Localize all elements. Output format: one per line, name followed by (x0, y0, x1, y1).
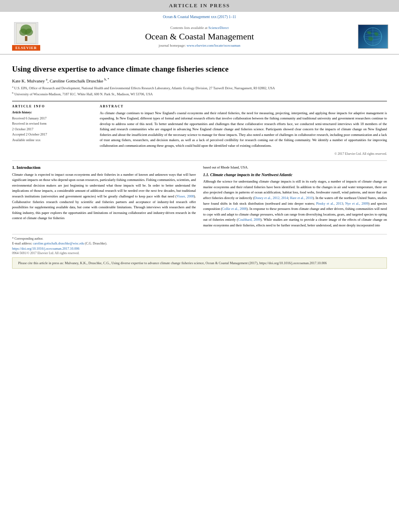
affiliation-a: U.S. EPA, Office of Research and Develop… (14, 86, 275, 90)
journal-citation: Ocean & Coastal Management xxx (2017) 1–… (8, 15, 391, 19)
journal-header: Ocean & Coastal Management xxx (2017) 1–… (0, 12, 399, 55)
homepage-url[interactable]: www.elsevier.com/locate/ocecoaman (187, 43, 240, 47)
banner-text: ARTICLE IN PRESS (169, 2, 230, 8)
right-para1: Although the science for understanding c… (203, 179, 387, 228)
abstract-text: As climate change continues to impact Ne… (100, 111, 387, 149)
journal-top-row: ELSEVIER Contents lists available at Sci… (8, 21, 391, 52)
doi-link[interactable]: https://doi.org/10.1016/j.ocecoaman.2017… (12, 246, 79, 251)
contents-prefix: Contents lists available at (171, 26, 208, 30)
collie-link[interactable]: Collie et al., 2008 (222, 207, 247, 211)
email-person: (C.G. Druschke). (85, 242, 107, 245)
svg-point-3 (25, 29, 33, 36)
article-in-press-banner: ARTICLE IN PRESS (0, 0, 399, 12)
main-content: Using diverse expertise to advance clima… (0, 55, 399, 273)
section-title-text: Introduction (16, 165, 41, 170)
email-line: E-mail address: caroline.gottschalk.drus… (12, 242, 387, 245)
affiliations: a U.S. EPA, Office of Research and Devel… (12, 85, 387, 97)
doi-line: https://doi.org/10.1016/j.ocecoaman.2017… (12, 246, 387, 251)
revised-label: Received in revised form (12, 121, 47, 125)
authors-line: Kate K. Mulvaney a, Caroline Gottschalk … (12, 78, 387, 83)
hare-link[interactable]: Hare et al., 2010 (290, 196, 313, 200)
email-link[interactable]: caroline.gottschalk.druschke@wisc.edu (33, 242, 84, 245)
nye-link[interactable]: Nye et al., 2009 (345, 201, 368, 205)
copyright-line: © 2017 Elsevier Ltd. All rights reserved… (100, 152, 387, 156)
article-history-label: Article history: (12, 111, 93, 114)
contents-line: Contents lists available at ScienceDirec… (48, 26, 351, 30)
ocean-logo-svg (359, 25, 387, 48)
tree-svg (16, 23, 36, 43)
coulthard-link[interactable]: Coulthard, 2009 (238, 218, 261, 222)
abstract-header: ABSTRACT (100, 105, 387, 108)
article-info-header: ARTICLE INFO (12, 105, 93, 108)
body-col-right: based out of Rhode Island, USA. 1.1. Cli… (203, 165, 387, 231)
body-col-left: 1. Introduction Climate change is expect… (12, 165, 196, 231)
homepage-prefix: journal homepage: (159, 43, 187, 47)
intro-paragraph1: Climate change is expected to impact oce… (12, 172, 196, 221)
citation-text: Ocean & Coastal Management xxx (2017) 1–… (163, 15, 236, 19)
elsevier-logo: ELSEVIER (8, 22, 44, 51)
available-date: Available online xxx (12, 138, 41, 142)
doney-link[interactable]: Doney et al., 2012, 2014 (254, 196, 288, 200)
intro-section-title: 1. Introduction (12, 165, 196, 170)
sciencedirect-link[interactable]: ScienceDirect (208, 26, 228, 30)
section-number: 1. (12, 165, 15, 170)
abstract-column: ABSTRACT As climate change continues to … (100, 105, 387, 156)
subsection-1-1-title: 1.1. Climate change impacts in the North… (203, 173, 387, 177)
corresponding-author-label: * Corresponding author. (12, 237, 387, 240)
citation-box: Please cite this article in press as: Mu… (12, 257, 387, 269)
article-dates: Received 6 January 2017 Received in revi… (12, 116, 93, 143)
article-info-column: ARTICLE INFO Article history: Received 6… (12, 105, 93, 156)
affiliation-b: University of Wisconsin-Madison, 7187 H.… (14, 92, 153, 96)
right-intro-para: based out of Rhode Island, USA. (203, 165, 387, 170)
journal-logo-right (355, 25, 391, 49)
elsevier-tree-icon (14, 22, 38, 44)
subsection-label: 1.1. Climate change impacts in the North… (203, 173, 292, 177)
received-date: Received 6 January 2017 (12, 116, 47, 120)
issn-line: 0964-5691/© 2017 Elsevier Ltd. All right… (12, 251, 387, 255)
svg-rect-4 (25, 36, 27, 41)
page: ARTICLE IN PRESS Ocean & Coastal Managem… (0, 0, 399, 532)
email-label: E-mail address: (12, 242, 33, 245)
body-columns: 1. Introduction Climate change is expect… (12, 165, 387, 231)
citation-text: Please cite this article in press as: Mu… (18, 261, 327, 265)
accepted-date: Accepted 2 October 2017 (12, 132, 47, 136)
pinsky-link[interactable]: Pinsky et al., 2013 (316, 201, 343, 205)
ocean-logo-image (358, 25, 388, 49)
elsevier-label: ELSEVIER (12, 45, 40, 51)
article-info-abstract-section: ARTICLE INFO Article history: Received 6… (12, 101, 387, 156)
article-title: Using diverse expertise to advance clima… (12, 64, 387, 74)
visser-link[interactable]: Visser, 2008 (177, 194, 194, 198)
footer-divider (12, 234, 387, 234)
journal-center: Contents lists available at ScienceDirec… (44, 26, 355, 47)
journal-homepage: journal homepage: www.elsevier.com/locat… (48, 43, 351, 47)
intro-divider (12, 160, 387, 161)
journal-title-display: Ocean & Coastal Management (48, 31, 351, 42)
revised-date: 2 October 2017 (12, 127, 33, 131)
